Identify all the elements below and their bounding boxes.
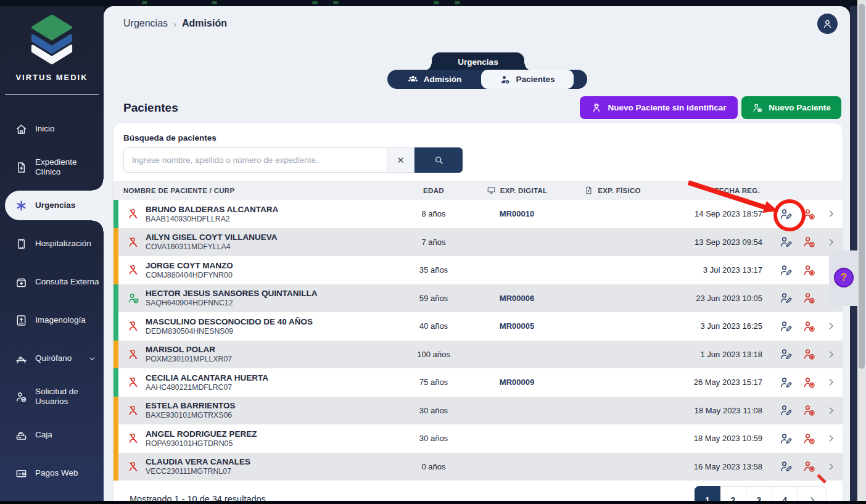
remove-patient-button[interactable] (802, 320, 816, 333)
row-chevron-right[interactable] (826, 433, 836, 444)
table-row[interactable]: ANGEL RODRIGUEZ PEREZ ROPA930101HGTDRN05… (113, 424, 843, 453)
header-edad: EDAD (400, 187, 468, 194)
person-remove-icon (802, 432, 816, 445)
page-button-3[interactable]: 3 (746, 486, 772, 501)
sidebar-item-imagenologia[interactable]: Imagenología (0, 301, 104, 339)
edit-patient-button[interactable] (779, 347, 793, 361)
page-scrollbar[interactable] (857, 0, 866, 504)
patient-name: MASCULINO DESCONOCIDO DE 40 AÑOS (146, 316, 400, 327)
tab-pacientes[interactable]: Pacientes (481, 70, 574, 89)
table-row[interactable]: BRUNO BALDERAS ALCANTARA BAAB140930HDFLL… (113, 200, 843, 228)
table-row[interactable]: MASCULINO DESCONOCIDO DE 40 AÑOS DEDM830… (113, 312, 843, 341)
table-row[interactable]: HECTOR JESUS SANSORES QUINTANILLA SAQH64… (113, 284, 843, 313)
user-avatar[interactable] (817, 14, 838, 34)
edit-patient-button[interactable] (779, 207, 793, 221)
patient-curp: POXM230101MPLLXR07 (146, 355, 400, 364)
edit-patient-button[interactable] (779, 263, 793, 277)
table-row[interactable]: AILYN GISEL COYT VILLANUEVA COVA160311MD… (113, 228, 843, 257)
edit-patient-button[interactable] (779, 291, 793, 305)
urgencias-asterisk-icon (15, 199, 28, 212)
triage-color-bar (113, 228, 118, 257)
table-row[interactable]: MARISOL POLAR POXM230101MPLLXR07 100 año… (113, 341, 843, 369)
pagination: 1234 (695, 486, 827, 501)
sidebar-item-pagos-web[interactable]: Pagos Web (0, 454, 104, 492)
browser-speck (212, 1, 217, 4)
row-chevron-right[interactable] (826, 209, 836, 219)
patient-curp: BAAB140930HDFLLRA2 (146, 215, 400, 224)
browser-speck (455, 1, 460, 4)
exp-digital-value: MR00009 (468, 378, 566, 387)
table-row[interactable]: CECILIA ALCANTARA HUERTA AAHC480221MDFLR… (113, 368, 843, 397)
triage-color-bar (113, 312, 118, 341)
new-unidentified-patient-button[interactable]: Nuevo Paciente sin identificar (580, 96, 738, 119)
row-chevron-right[interactable] (826, 405, 836, 416)
imaging-icon (15, 314, 28, 327)
sidebar-item-inicio[interactable]: Inicio (0, 110, 104, 148)
remove-patient-button[interactable] (802, 460, 816, 473)
chevron-right-icon (826, 349, 836, 360)
triage-color-bar (113, 453, 118, 481)
remove-patient-button[interactable] (802, 291, 816, 305)
header-exp-fisico: EXP. FÍSICO (566, 186, 659, 195)
page-button-2[interactable]: 2 (720, 486, 746, 501)
patient-age: 75 años (400, 378, 468, 387)
row-chevron-right[interactable] (826, 461, 836, 472)
sidebar-item-quirofano[interactable]: Quirófano (0, 339, 104, 378)
sidebar-item-caja[interactable]: Caja (0, 416, 104, 454)
fecha-registro: 3 Jun 2023 16:25 (659, 321, 764, 331)
scrollbar-thumb[interactable] (859, 4, 865, 369)
remove-patient-button[interactable] (802, 376, 816, 389)
table-row[interactable]: CLAUDIA VERA CANALES VECC230111MGTRNL07 … (113, 453, 843, 481)
sidebar-item-expediente-clinico[interactable]: Expediente Clínico (0, 148, 104, 186)
tab-admision-label: Admisión (424, 75, 462, 84)
clear-search-button[interactable]: ✕ (387, 147, 414, 173)
active-item-notch (93, 180, 104, 191)
triage-color-bar (113, 256, 118, 284)
breadcrumb-admision: Admisión (182, 18, 227, 29)
person-remove-icon (802, 460, 816, 473)
sidebar-item-hospitalizacion[interactable]: Hospitalización (0, 225, 104, 263)
table-row[interactable]: ESTELA BARRIENTOS BAXE930101MGTRXS06 30 … (113, 397, 843, 425)
remove-patient-button[interactable] (802, 432, 816, 445)
table-row[interactable]: JORGE COYT MANZO COMJ880404HDFYNR00 35 a… (113, 256, 843, 284)
edit-patient-button[interactable] (779, 235, 793, 249)
row-chevron-right[interactable] (826, 321, 836, 331)
edit-patient-button[interactable] (779, 432, 793, 445)
fecha-registro: 26 May 2023 15:17 (659, 378, 764, 387)
patient-search-input[interactable] (123, 147, 387, 173)
fecha-registro: 18 May 2023 10:59 (659, 434, 764, 443)
breadcrumb-urgencias[interactable]: Urgencias (123, 18, 168, 29)
remove-patient-button[interactable] (802, 347, 816, 361)
remove-patient-button[interactable] (802, 263, 816, 277)
new-patient-button[interactable]: Nuevo Paciente (741, 96, 841, 119)
edit-patient-button[interactable] (779, 460, 793, 473)
chevron-right-icon (826, 321, 836, 331)
person-remove-icon (802, 403, 816, 417)
search-button[interactable] (414, 147, 463, 173)
sidebar-item-solicitud-de-usuarios[interactable]: Solicitud de Usuarios (0, 378, 104, 416)
chevron-right-icon (826, 433, 836, 444)
virtus-medik-logo: VIRTUS MEDIK (0, 5, 104, 82)
patient-age: 35 años (400, 265, 468, 275)
search-bar: ✕ (123, 147, 843, 173)
help-button[interactable]: ? (834, 268, 854, 287)
edit-patient-button[interactable] (779, 403, 793, 417)
chevron-down-icon (88, 354, 97, 363)
edit-patient-button[interactable] (779, 320, 793, 333)
edit-patient-button[interactable] (779, 376, 793, 389)
row-chevron-right[interactable] (826, 237, 836, 247)
tab-admision[interactable]: Admisión (387, 70, 481, 89)
exp-digital-value: MR00006 (468, 294, 566, 303)
remove-patient-button[interactable] (802, 403, 816, 417)
page-button-1[interactable]: 1 (695, 486, 720, 501)
triage-color-bar (113, 368, 118, 397)
next-page-button[interactable] (798, 486, 827, 501)
row-chevron-right[interactable] (826, 349, 836, 360)
remove-patient-button[interactable] (802, 207, 816, 221)
sidebar-item-consulta-externa[interactable]: Consulta Externa (0, 263, 104, 301)
sidebar-item-urgencias[interactable]: Urgencias (0, 186, 104, 225)
remove-patient-button[interactable] (802, 235, 816, 249)
exp-digital-value: MR00005 (468, 321, 566, 331)
page-button-4[interactable]: 4 (772, 486, 798, 501)
row-chevron-right[interactable] (826, 377, 836, 387)
